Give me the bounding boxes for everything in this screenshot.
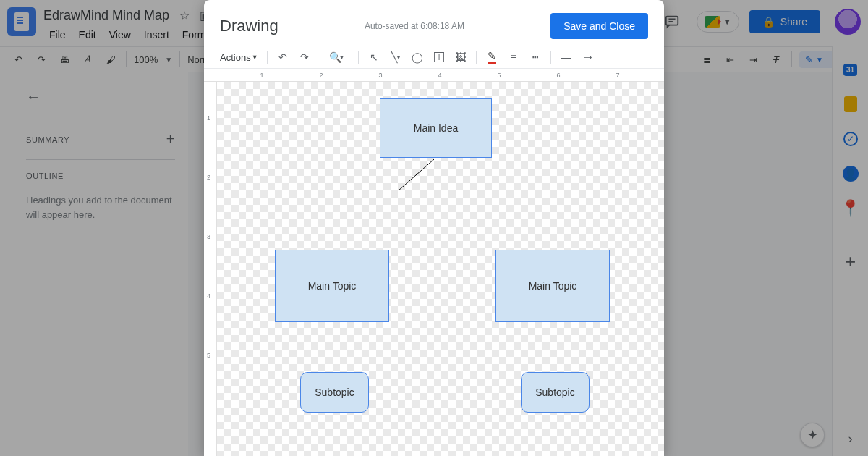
- line-end-icon[interactable]: ➝: [582, 51, 595, 64]
- shape-main-idea[interactable]: Main Idea: [380, 98, 492, 158]
- textbox-tool-icon[interactable]: 🅃: [433, 51, 446, 64]
- shape-main-topic-left[interactable]: Main Topic: [275, 250, 389, 322]
- actions-menu[interactable]: Actions▼: [220, 52, 258, 63]
- shape-subtopic-right[interactable]: Subtopic: [521, 372, 590, 413]
- drawing-canvas[interactable]: Main Idea Main Topic Main Topic Subtopic…: [217, 82, 664, 456]
- select-tool-icon[interactable]: ↖: [367, 51, 380, 64]
- modal-title: Drawing: [220, 17, 278, 35]
- image-tool-icon[interactable]: 🖼: [454, 51, 467, 64]
- drawing-toolbar: Actions▼ ↶ ↷ 🔍▼ ↖ ╲▾ ◯ 🅃 🖼 ✎ ≡ ┅ — ➝: [204, 48, 664, 69]
- undo-icon[interactable]: ↶: [276, 51, 289, 64]
- vertical-ruler: 12345: [204, 82, 217, 456]
- line-start-icon[interactable]: —: [560, 51, 573, 64]
- autosave-status: Auto-saved at 6:08:18 AM: [278, 21, 550, 31]
- line-tool-icon[interactable]: ╲▾: [389, 51, 402, 64]
- fill-color-icon[interactable]: ✎: [485, 51, 498, 64]
- line-weight-icon[interactable]: ≡: [507, 51, 520, 64]
- svg-line-1: [333, 159, 434, 190]
- save-and-close-button[interactable]: Save and Close: [550, 13, 648, 39]
- shape-subtopic-left[interactable]: Subtopic: [300, 372, 369, 413]
- zoom-icon[interactable]: 🔍▼: [329, 51, 342, 64]
- line-dash-icon[interactable]: ┅: [529, 51, 542, 64]
- shape-tool-icon[interactable]: ◯: [411, 51, 424, 64]
- shape-main-topic-right[interactable]: Main Topic: [495, 250, 610, 322]
- horizontal-ruler: 1234567: [204, 69, 664, 82]
- drawing-modal: Drawing Auto-saved at 6:08:18 AM Save an…: [204, 0, 664, 456]
- redo-icon[interactable]: ↷: [298, 51, 311, 64]
